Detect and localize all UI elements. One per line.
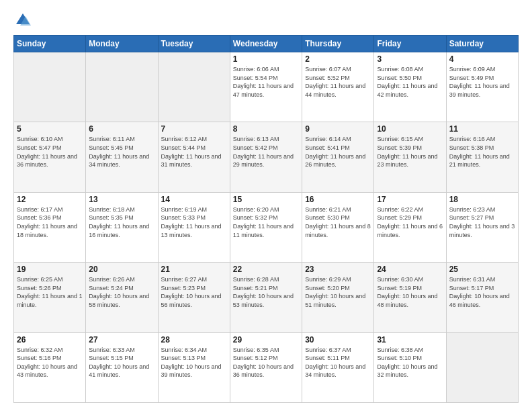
day-number: 24 <box>377 265 443 274</box>
day-info: Sunrise: 6:25 AM Sunset: 5:26 PM Dayligh… <box>17 275 83 309</box>
day-info: Sunrise: 6:33 AM Sunset: 5:15 PM Dayligh… <box>89 346 154 379</box>
day-number: 8 <box>233 124 299 134</box>
day-number: 22 <box>233 265 299 274</box>
logo <box>13 11 35 30</box>
header <box>13 11 519 30</box>
calendar-cell: 12Sunrise: 6:17 AM Sunset: 5:36 PM Dayli… <box>14 192 86 262</box>
day-info: Sunrise: 6:12 AM Sunset: 5:44 PM Dayligh… <box>161 135 227 169</box>
day-info: Sunrise: 6:13 AM Sunset: 5:42 PM Dayligh… <box>233 135 299 169</box>
day-number: 27 <box>89 335 154 345</box>
day-info: Sunrise: 6:14 AM Sunset: 5:41 PM Dayligh… <box>305 135 371 169</box>
weekday-header-friday: Friday <box>374 36 446 52</box>
calendar-cell: 13Sunrise: 6:18 AM Sunset: 5:35 PM Dayli… <box>86 192 158 262</box>
week-row-1: 1Sunrise: 6:06 AM Sunset: 5:54 PM Daylig… <box>14 52 519 122</box>
calendar-cell: 2Sunrise: 6:07 AM Sunset: 5:52 PM Daylig… <box>302 52 374 122</box>
calendar-cell <box>14 52 86 122</box>
calendar-cell: 31Sunrise: 6:38 AM Sunset: 5:10 PM Dayli… <box>374 332 446 402</box>
calendar-cell: 18Sunrise: 6:23 AM Sunset: 5:27 PM Dayli… <box>446 192 518 262</box>
calendar-cell: 24Sunrise: 6:30 AM Sunset: 5:19 PM Dayli… <box>374 263 446 332</box>
day-number: 13 <box>89 195 154 204</box>
calendar-cell: 30Sunrise: 6:37 AM Sunset: 5:11 PM Dayli… <box>302 332 374 402</box>
day-number: 15 <box>233 195 299 204</box>
day-info: Sunrise: 6:07 AM Sunset: 5:52 PM Dayligh… <box>305 65 371 99</box>
calendar-table: SundayMondayTuesdayWednesdayThursdayFrid… <box>13 35 519 403</box>
calendar-cell: 6Sunrise: 6:11 AM Sunset: 5:45 PM Daylig… <box>86 122 158 192</box>
calendar-cell: 19Sunrise: 6:25 AM Sunset: 5:26 PM Dayli… <box>14 263 86 332</box>
weekday-header-thursday: Thursday <box>302 36 374 52</box>
calendar-cell: 25Sunrise: 6:31 AM Sunset: 5:17 PM Dayli… <box>446 263 518 332</box>
day-info: Sunrise: 6:26 AM Sunset: 5:24 PM Dayligh… <box>89 275 154 309</box>
day-number: 29 <box>233 335 299 345</box>
day-number: 10 <box>377 124 443 134</box>
week-row-4: 19Sunrise: 6:25 AM Sunset: 5:26 PM Dayli… <box>14 263 519 332</box>
day-info: Sunrise: 6:17 AM Sunset: 5:36 PM Dayligh… <box>17 205 83 239</box>
page: SundayMondayTuesdayWednesdayThursdayFrid… <box>0 0 532 411</box>
day-number: 26 <box>17 335 83 345</box>
day-info: Sunrise: 6:22 AM Sunset: 5:29 PM Dayligh… <box>377 205 443 239</box>
day-number: 2 <box>305 54 371 64</box>
weekday-header-row: SundayMondayTuesdayWednesdayThursdayFrid… <box>14 36 519 52</box>
day-number: 31 <box>377 335 443 345</box>
calendar-cell: 28Sunrise: 6:34 AM Sunset: 5:13 PM Dayli… <box>158 332 230 402</box>
calendar-cell: 21Sunrise: 6:27 AM Sunset: 5:23 PM Dayli… <box>158 263 230 332</box>
day-info: Sunrise: 6:27 AM Sunset: 5:23 PM Dayligh… <box>161 275 227 309</box>
calendar-cell: 4Sunrise: 6:09 AM Sunset: 5:49 PM Daylig… <box>446 52 518 122</box>
calendar-cell <box>446 332 518 402</box>
day-info: Sunrise: 6:10 AM Sunset: 5:47 PM Dayligh… <box>17 135 83 169</box>
calendar-cell: 14Sunrise: 6:19 AM Sunset: 5:33 PM Dayli… <box>158 192 230 262</box>
day-info: Sunrise: 6:28 AM Sunset: 5:21 PM Dayligh… <box>233 275 299 309</box>
day-info: Sunrise: 6:30 AM Sunset: 5:19 PM Dayligh… <box>377 275 443 309</box>
day-number: 12 <box>17 195 83 204</box>
weekday-header-monday: Monday <box>86 36 158 52</box>
day-number: 17 <box>377 195 443 204</box>
calendar-cell: 15Sunrise: 6:20 AM Sunset: 5:32 PM Dayli… <box>230 192 302 262</box>
day-number: 20 <box>89 265 154 274</box>
calendar-cell <box>86 52 158 122</box>
day-info: Sunrise: 6:19 AM Sunset: 5:33 PM Dayligh… <box>161 205 227 239</box>
day-info: Sunrise: 6:23 AM Sunset: 5:27 PM Dayligh… <box>449 205 515 239</box>
day-info: Sunrise: 6:20 AM Sunset: 5:32 PM Dayligh… <box>233 205 299 239</box>
day-info: Sunrise: 6:08 AM Sunset: 5:50 PM Dayligh… <box>377 65 443 99</box>
calendar-cell: 1Sunrise: 6:06 AM Sunset: 5:54 PM Daylig… <box>230 52 302 122</box>
day-number: 9 <box>305 124 371 134</box>
week-row-2: 5Sunrise: 6:10 AM Sunset: 5:47 PM Daylig… <box>14 122 519 192</box>
day-number: 21 <box>161 265 227 274</box>
day-info: Sunrise: 6:11 AM Sunset: 5:45 PM Dayligh… <box>89 135 154 169</box>
day-number: 3 <box>377 54 443 64</box>
day-number: 7 <box>161 124 227 134</box>
day-info: Sunrise: 6:35 AM Sunset: 5:12 PM Dayligh… <box>233 346 299 379</box>
day-number: 6 <box>89 124 154 134</box>
calendar-cell: 16Sunrise: 6:21 AM Sunset: 5:30 PM Dayli… <box>302 192 374 262</box>
calendar-cell: 10Sunrise: 6:15 AM Sunset: 5:39 PM Dayli… <box>374 122 446 192</box>
day-number: 14 <box>161 195 227 204</box>
calendar-cell: 20Sunrise: 6:26 AM Sunset: 5:24 PM Dayli… <box>86 263 158 332</box>
calendar-cell: 7Sunrise: 6:12 AM Sunset: 5:44 PM Daylig… <box>158 122 230 192</box>
logo-icon <box>13 11 32 30</box>
weekday-header-wednesday: Wednesday <box>230 36 302 52</box>
calendar-cell: 17Sunrise: 6:22 AM Sunset: 5:29 PM Dayli… <box>374 192 446 262</box>
calendar-cell: 5Sunrise: 6:10 AM Sunset: 5:47 PM Daylig… <box>14 122 86 192</box>
day-info: Sunrise: 6:34 AM Sunset: 5:13 PM Dayligh… <box>161 346 227 379</box>
calendar-cell <box>158 52 230 122</box>
day-info: Sunrise: 6:15 AM Sunset: 5:39 PM Dayligh… <box>377 135 443 169</box>
day-number: 23 <box>305 265 371 274</box>
weekday-header-sunday: Sunday <box>14 36 86 52</box>
calendar-cell: 27Sunrise: 6:33 AM Sunset: 5:15 PM Dayli… <box>86 332 158 402</box>
day-number: 28 <box>161 335 227 345</box>
calendar-cell: 11Sunrise: 6:16 AM Sunset: 5:38 PM Dayli… <box>446 122 518 192</box>
weekday-header-tuesday: Tuesday <box>158 36 230 52</box>
day-number: 4 <box>449 54 515 64</box>
day-info: Sunrise: 6:29 AM Sunset: 5:20 PM Dayligh… <box>305 275 371 309</box>
day-info: Sunrise: 6:38 AM Sunset: 5:10 PM Dayligh… <box>377 346 443 379</box>
calendar-cell: 3Sunrise: 6:08 AM Sunset: 5:50 PM Daylig… <box>374 52 446 122</box>
day-info: Sunrise: 6:18 AM Sunset: 5:35 PM Dayligh… <box>89 205 154 239</box>
calendar-cell: 26Sunrise: 6:32 AM Sunset: 5:16 PM Dayli… <box>14 332 86 402</box>
day-number: 1 <box>233 54 299 64</box>
calendar-cell: 22Sunrise: 6:28 AM Sunset: 5:21 PM Dayli… <box>230 263 302 332</box>
calendar-cell: 23Sunrise: 6:29 AM Sunset: 5:20 PM Dayli… <box>302 263 374 332</box>
day-number: 18 <box>449 195 515 204</box>
week-row-3: 12Sunrise: 6:17 AM Sunset: 5:36 PM Dayli… <box>14 192 519 262</box>
day-info: Sunrise: 6:32 AM Sunset: 5:16 PM Dayligh… <box>17 346 83 379</box>
day-number: 30 <box>305 335 371 345</box>
day-number: 5 <box>17 124 83 134</box>
